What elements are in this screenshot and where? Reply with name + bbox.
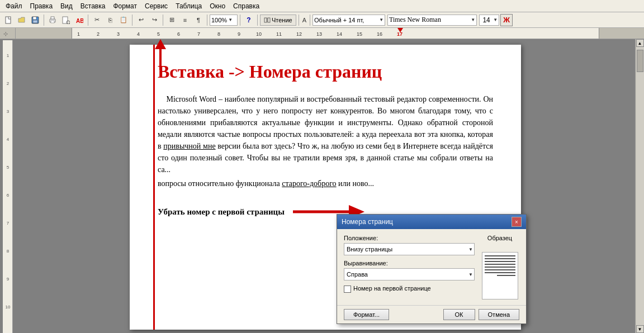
separator-4	[163, 15, 163, 26]
cancel-button[interactable]: Отмена	[479, 309, 519, 320]
preview-line-6	[485, 269, 515, 270]
svg-text:14: 14	[337, 31, 342, 37]
underline-text-1: привычной мне	[163, 142, 215, 150]
menu-window[interactable]: Окно	[206, 1, 229, 11]
help-button[interactable]: ?	[243, 14, 255, 26]
fontsize-dropdown-arrow: ▼	[493, 17, 498, 22]
paste-button[interactable]: 📋	[117, 14, 130, 26]
svg-text:2: 2	[7, 81, 10, 86]
toolbar: АВС ✂ ⎘ 📋 ↩ ↪ ⊞ ≡ ¶ 100% ▼ ? Чтение A Об…	[0, 12, 644, 28]
svg-rect-3	[33, 20, 37, 23]
table-button[interactable]: ⊞	[165, 14, 178, 26]
preview-button[interactable]	[60, 14, 72, 26]
svg-line-9	[69, 23, 70, 24]
print-button[interactable]	[46, 14, 59, 26]
cut-button[interactable]: ✂	[91, 14, 103, 26]
separator-5	[207, 15, 207, 26]
ok-button[interactable]: ОК	[443, 309, 475, 320]
separator-3	[132, 15, 132, 26]
preview-line-1	[485, 255, 515, 256]
svg-text:1: 1	[7, 53, 10, 58]
svg-text:3: 3	[117, 31, 120, 37]
reading-mode-button[interactable]: Чтение	[260, 15, 296, 26]
save-button[interactable]	[29, 14, 41, 26]
separator-6	[240, 15, 240, 26]
scroll-up-button[interactable]: ▲	[636, 39, 644, 47]
paragraph-button[interactable]: ¶	[192, 14, 205, 26]
svg-text:6: 6	[7, 193, 10, 198]
first-page-checkbox[interactable]	[344, 286, 351, 293]
dialog-title: Номера страниц	[342, 218, 393, 226]
svg-text:5: 5	[7, 165, 10, 170]
vertical-ruler: 1 2 3 4 5 6 7 8 9 10	[3, 40, 13, 333]
menu-insert[interactable]: Вставка	[77, 1, 109, 11]
svg-text:13: 13	[316, 31, 322, 37]
arrow-up-annotation	[146, 39, 174, 75]
dialog-footer: Формат... ОК Отмена	[337, 305, 526, 324]
bold-button[interactable]: Ж	[500, 14, 513, 26]
open-button[interactable]	[16, 14, 28, 26]
left-ruler: 1 2 3 4 5 6 7 8 9 10	[0, 39, 16, 333]
svg-text:9: 9	[7, 277, 10, 282]
scroll-track	[636, 47, 644, 325]
svg-text:16: 16	[377, 31, 382, 37]
svg-text:8: 8	[217, 31, 220, 37]
redo-button[interactable]: ↪	[148, 14, 160, 26]
format-button[interactable]: Формат...	[344, 309, 389, 320]
font-dropdown-arrow: ▼	[471, 17, 475, 22]
scroll-down-button[interactable]: ▼	[636, 325, 644, 333]
svg-rect-5	[51, 17, 54, 19]
menu-view[interactable]: Вид	[57, 1, 76, 11]
undo-button[interactable]: ↩	[135, 14, 147, 26]
dialog-titlebar: Номера страниц ×	[337, 215, 526, 229]
svg-rect-2	[33, 17, 36, 20]
svg-text:9: 9	[238, 31, 240, 37]
preview-line-3	[485, 261, 515, 262]
preview-line-2	[485, 258, 515, 259]
zoom-selector[interactable]: 100% ▼	[210, 15, 238, 26]
svg-rect-12	[268, 18, 270, 22]
dialog-close-button[interactable]: ×	[512, 217, 522, 227]
svg-text:4: 4	[7, 137, 10, 142]
dialog-action-buttons: ОК Отмена	[443, 309, 519, 320]
document-area: Вставка -> Номера страниц Microsoft Word…	[16, 39, 635, 333]
document-page: Вставка -> Номера страниц Microsoft Word…	[130, 45, 521, 330]
preview-line-short	[497, 275, 515, 276]
spellcheck-button[interactable]: АВС	[73, 14, 86, 26]
svg-text:1: 1	[77, 31, 80, 37]
copy-button[interactable]: ⎘	[104, 14, 116, 26]
align-selector[interactable]: Справа ▼	[344, 268, 475, 280]
svg-text:3: 3	[7, 109, 10, 114]
checkbox-label: Номер на первой странице	[353, 285, 431, 292]
new-button[interactable]	[2, 14, 15, 26]
position-dropdown-arrow: ▼	[468, 247, 473, 252]
style-selector[interactable]: Обычный + 14 пт, ▼	[312, 15, 385, 26]
svg-text:2: 2	[97, 31, 100, 37]
menu-service[interactable]: Сервис	[141, 1, 171, 11]
menu-table[interactable]: Таблица	[172, 1, 205, 11]
columns-button[interactable]: ≡	[179, 14, 191, 26]
svg-text:10: 10	[256, 31, 262, 37]
svg-text:11: 11	[276, 31, 282, 37]
svg-text:8: 8	[7, 249, 10, 254]
dialog-body: Положение: Внизу страницы ▼ Выравнивание…	[337, 229, 526, 305]
font-selector[interactable]: Times New Roman ▼	[387, 15, 477, 26]
menu-file[interactable]: Файл	[2, 1, 26, 11]
document-title: Вставка -> Номера страниц	[158, 61, 493, 82]
document-body: Microsoft Word – наиболее популярный и в…	[158, 93, 493, 223]
preview-line-7	[485, 272, 515, 273]
position-selector[interactable]: Внизу страницы ▼	[344, 243, 475, 255]
menu-edit[interactable]: Правка	[27, 1, 56, 11]
bold-label: Убрать номер с первой страницы	[158, 206, 285, 218]
vertical-scrollbar[interactable]: ▲ ▼	[635, 39, 644, 333]
menu-help[interactable]: Справка	[230, 1, 263, 11]
scroll-thumb[interactable]	[637, 50, 643, 72]
ruler-corner: ⊹	[0, 28, 16, 39]
menu-bar: Файл Правка Вид Вставка Формат Сервис Та…	[0, 0, 644, 12]
align-dropdown-arrow: ▼	[468, 272, 473, 277]
svg-text:7: 7	[197, 31, 200, 37]
svg-rect-6	[51, 21, 54, 23]
ruler-bar: ⊹ 1 2 3 4 5 6 7 8 9 10 11 12 13 14 15 16…	[0, 28, 644, 39]
menu-format[interactable]: Формат	[110, 1, 140, 11]
font-size-selector[interactable]: 14 ▼	[479, 15, 499, 26]
